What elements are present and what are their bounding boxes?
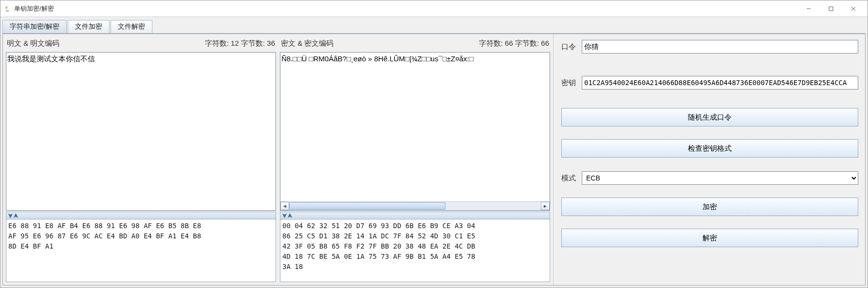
close-button[interactable] (842, 0, 865, 17)
password-input[interactable] (582, 40, 858, 54)
ciphertext-textarea[interactable] (280, 53, 550, 201)
plaintext-header: 明文 & 明文编码 字符数: 12 字节数: 36 (6, 38, 276, 52)
tab-file-decrypt[interactable]: 文件解密 (111, 20, 152, 33)
ciphertext-label: 密文 & 密文编码 (281, 39, 333, 48)
title-left: 单钥加密/解密 (3, 4, 54, 13)
window-title: 单钥加密/解密 (14, 4, 54, 13)
key-label: 密钥 (561, 78, 582, 88)
window-controls (797, 0, 865, 17)
ciphertext-count: 字符数: 66 字节数: 66 (479, 39, 549, 48)
minimize-icon (806, 6, 811, 11)
plaintext-label: 明文 & 明文编码 (7, 39, 59, 48)
app-window: 单钥加密/解密 字符串加密/解密 文件加密 文件解密 明文 & 明文编码 (0, 0, 868, 288)
check-key-format-button[interactable]: 检查密钥格式 (561, 139, 858, 158)
minimize-button[interactable] (797, 0, 820, 17)
key-input[interactable] (582, 76, 858, 90)
mode-label: 模式 (561, 174, 582, 183)
plaintext-textarea[interactable] (6, 53, 276, 210)
encrypt-button[interactable]: 加密 (561, 198, 858, 216)
maximize-button[interactable] (820, 0, 842, 17)
ciphertext-header: 密文 & 密文编码 字符数: 66 字节数: 66 (280, 38, 550, 52)
plaintext-hex[interactable]: E6 88 91 E8 AF B4 E6 88 91 E6 98 AF E6 B… (6, 219, 276, 282)
password-label: 口令 (561, 42, 582, 52)
tabs-row: 字符串加密/解密 文件加密 文件解密 (0, 18, 868, 33)
tab-file-encrypt[interactable]: 文件加密 (68, 20, 110, 33)
password-row: 口令 (561, 40, 858, 54)
scroll-thumb[interactable] (289, 202, 445, 210)
key-row: 密钥 (561, 76, 858, 90)
mode-row: 模式 ECB (561, 171, 858, 185)
close-icon (851, 6, 856, 11)
ciphertext-panel: 密文 & 密文编码 字符数: 66 字节数: 66 ◄ ► ⮟⮝ 00 04 6… (280, 38, 550, 282)
scroll-left-button[interactable]: ◄ (280, 202, 289, 210)
svg-rect-1 (829, 7, 833, 11)
tab-string-crypt[interactable]: 字符串加密/解密 (2, 20, 67, 33)
titlebar: 单钥加密/解密 (0, 0, 868, 17)
ciphertext-hscroll[interactable]: ◄ ► (280, 201, 550, 210)
java-icon (3, 5, 11, 13)
plaintext-area-wrap (6, 52, 276, 211)
ciphertext-hex-head[interactable]: ⮟⮝ (280, 212, 550, 219)
generate-password-button[interactable]: 随机生成口令 (561, 108, 858, 126)
maximize-icon (829, 6, 833, 11)
ciphertext-area-wrap: ◄ ► (280, 52, 550, 211)
decrypt-button[interactable]: 解密 (561, 229, 858, 247)
mode-select[interactable]: ECB (582, 171, 858, 185)
left-column: 明文 & 明文编码 字符数: 12 字节数: 36 ⮟⮝ E6 88 91 E8… (3, 34, 554, 285)
right-column: 口令 密钥 随机生成口令 检查密钥格式 模式 ECB 加密 解密 (554, 34, 865, 285)
plaintext-count: 字符数: 12 字节数: 36 (205, 39, 275, 48)
scroll-track[interactable] (289, 202, 541, 210)
ciphertext-hex[interactable]: 00 04 62 32 51 20 D7 69 93 DD 6B E6 B9 C… (280, 219, 550, 282)
plaintext-hex-head[interactable]: ⮟⮝ (6, 212, 276, 219)
plaintext-panel: 明文 & 明文编码 字符数: 12 字节数: 36 ⮟⮝ E6 88 91 E8… (6, 38, 276, 282)
body-area: 明文 & 明文编码 字符数: 12 字节数: 36 ⮟⮝ E6 88 91 E8… (2, 34, 866, 286)
scroll-right-button[interactable]: ► (541, 202, 550, 210)
